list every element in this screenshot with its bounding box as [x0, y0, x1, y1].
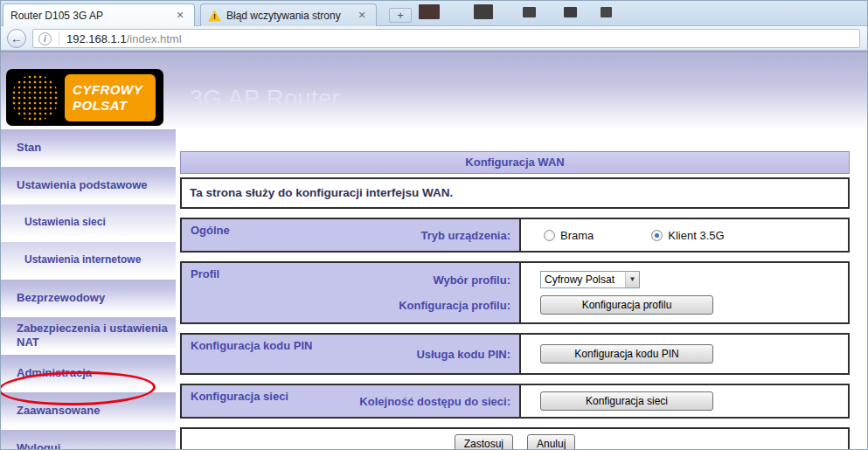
chevron-down-icon: ▼: [625, 272, 639, 287]
navigation-bar: ← i 192.168.1.1/index.html: [1, 26, 867, 51]
url-host: 192.168.1.1: [66, 32, 127, 45]
actions-row: Zastosuj Anuluj: [180, 427, 850, 450]
radio-brama[interactable]: [544, 230, 555, 241]
sidebar-item-wyloguj[interactable]: Wyloguj: [1, 430, 176, 450]
device-mode-label: Tryb urządzenia:: [420, 224, 510, 246]
page-header: CYFROWY POLSAT 3G AP Router: [1, 51, 867, 129]
section-title-wan: Konfiguracja WAN: [180, 151, 850, 174]
sidebar: Stan Ustawienia podstawowe Ustawienia si…: [1, 129, 176, 449]
cancel-button[interactable]: Anuluj: [527, 434, 575, 450]
profile-select-value: Cyfrowy Polsat: [541, 273, 625, 286]
network-config-button[interactable]: Konfiguracja sieci: [540, 391, 713, 411]
radio-klient-35g-label: Klient 3.5G: [668, 229, 724, 242]
section-network-name: Konfiguracja sieci: [191, 390, 288, 412]
close-icon[interactable]: ×: [355, 9, 369, 23]
section-profile: Profil Wybór profilu: Konfiguracja profi…: [180, 261, 850, 324]
redacted-block: [601, 7, 612, 17]
warning-icon: !: [208, 10, 221, 22]
section-network: Konfiguracja sieci Kolejność dostępu do …: [180, 384, 850, 419]
url-separator: [59, 31, 59, 45]
sidebar-item-administracja[interactable]: Administracja: [1, 355, 176, 391]
tab-router-title: Router D105 3G AP: [10, 10, 168, 22]
radio-brama-label: Brama: [560, 229, 594, 242]
section-general: Ogólne Tryb urządzenia: Brama Klient 3.5…: [180, 218, 850, 253]
sidebar-item-ustawienia-podstawowe[interactable]: Ustawienia podstawowe: [1, 167, 176, 203]
info-icon[interactable]: i: [38, 32, 52, 45]
sidebar-item-stan[interactable]: Stan: [1, 129, 176, 165]
profile-config-label: Konfiguracja profilu:: [399, 292, 510, 318]
redacted-block: [419, 4, 440, 19]
radio-klient-35g[interactable]: [651, 230, 663, 241]
redacted-block: [474, 4, 493, 19]
sidebar-item-ustawienia-sieci[interactable]: Ustawienia sieci: [1, 204, 176, 240]
section-pin: Konfiguracja kodu PIN Usługa kodu PIN: K…: [180, 333, 850, 375]
pin-service-label: Usługa kodu PIN:: [416, 339, 510, 369]
section-general-header: Ogólne Tryb urządzenia:: [182, 219, 521, 251]
new-tab-button[interactable]: +: [389, 8, 412, 23]
back-button[interactable]: ←: [7, 29, 26, 48]
profile-select[interactable]: Cyfrowy Polsat ▼: [540, 271, 640, 288]
section-profile-name: Profil: [191, 267, 219, 318]
tab-router[interactable]: Router D105 3G AP ×: [3, 3, 195, 27]
cyfrowy-polsat-logo: CYFROWY POLSAT: [6, 69, 163, 126]
profile-config-button[interactable]: Konfiguracja profilu: [540, 295, 713, 315]
sidebar-item-bezprzewodowy[interactable]: Bezprzewodowy: [1, 280, 176, 315]
section-pin-header: Konfiguracja kodu PIN Usługa kodu PIN:: [182, 335, 521, 373]
tab-error-title: Błąd wczytywania strony: [226, 10, 350, 22]
sidebar-item-zaawansowane[interactable]: Zaawansowane: [1, 392, 176, 428]
section-network-header: Konfiguracja sieci Kolejność dostępu do …: [182, 385, 521, 417]
sidebar-item-ustawienia-internetowe[interactable]: Ustawienia internetowe: [1, 242, 176, 278]
sidebar-item-zabezpieczenia-nat[interactable]: Zabezpieczenia i ustawienia NAT: [1, 317, 176, 353]
section-pin-name: Konfiguracja kodu PIN: [191, 339, 312, 369]
network-order-label: Kolejność dostępu do sieci:: [359, 390, 510, 412]
main-content: Konfiguracja WAN Ta strona służy do konf…: [180, 151, 850, 450]
url-path: /index.html: [127, 32, 182, 45]
redacted-block: [564, 7, 577, 17]
browser-window: Router D105 3G AP × ! Błąd wczytywania s…: [0, 0, 868, 450]
section-profile-header: Profil Wybór profilu: Konfiguracja profi…: [182, 263, 521, 322]
pin-config-button[interactable]: Konfiguracja kodu PIN: [540, 344, 713, 363]
tab-error[interactable]: ! Błąd wczytywania strony ×: [200, 3, 377, 27]
logo-wordmark: CYFROWY POLSAT: [65, 74, 156, 121]
globe-icon: [11, 74, 59, 121]
close-icon[interactable]: ×: [173, 9, 187, 23]
address-bar[interactable]: i 192.168.1.1/index.html: [32, 29, 860, 48]
profile-select-label: Wybór profilu:: [399, 267, 510, 292]
page-description: Ta strona służy do konfiguracji interfej…: [180, 177, 850, 209]
page-title: 3G AP Router: [190, 86, 340, 113]
tab-bar: Router D105 3G AP × ! Błąd wczytywania s…: [1, 1, 867, 26]
section-general-name: Ogólne: [191, 224, 230, 246]
redacted-block: [523, 7, 536, 17]
apply-button[interactable]: Zastosuj: [455, 434, 513, 450]
